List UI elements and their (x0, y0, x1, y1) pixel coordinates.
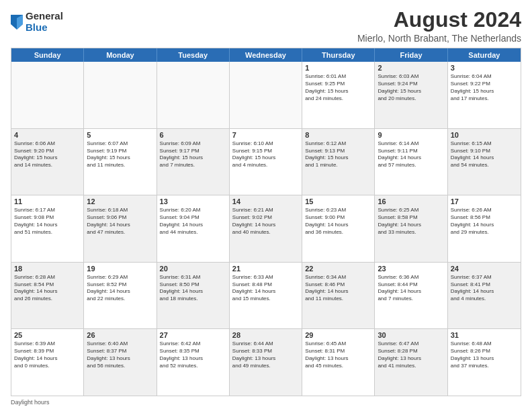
calendar-cell-2: 2Sunrise: 6:03 AM Sunset: 9:24 PM Daylig… (375, 62, 447, 128)
day-number: 26 (87, 331, 153, 339)
calendar-cell-24: 24Sunrise: 6:37 AM Sunset: 8:41 PM Dayli… (448, 263, 521, 329)
day-info: Sunrise: 6:28 AM Sunset: 8:54 PM Dayligh… (14, 274, 81, 303)
day-number: 23 (378, 265, 444, 273)
day-info: Sunrise: 6:31 AM Sunset: 8:50 PM Dayligh… (160, 274, 226, 303)
calendar-cell-14: 14Sunrise: 6:21 AM Sunset: 9:02 PM Dayli… (230, 195, 302, 262)
header-cell-saturday: Saturday (448, 48, 521, 62)
day-info: Sunrise: 6:06 AM Sunset: 9:20 PM Dayligh… (14, 140, 81, 169)
calendar-cell-15: 15Sunrise: 6:23 AM Sunset: 9:00 PM Dayli… (302, 195, 375, 262)
calendar-cell-25: 25Sunrise: 6:39 AM Sunset: 8:39 PM Dayli… (11, 329, 84, 396)
day-info: Sunrise: 6:18 AM Sunset: 9:06 PM Dayligh… (87, 207, 153, 236)
calendar-cell-7: 7Sunrise: 6:10 AM Sunset: 9:15 PM Daylig… (230, 129, 302, 195)
day-number: 7 (232, 131, 299, 139)
day-number: 27 (160, 331, 226, 339)
day-info: Sunrise: 6:45 AM Sunset: 8:31 PM Dayligh… (305, 340, 371, 369)
calendar-cell-empty (157, 62, 230, 128)
day-info: Sunrise: 6:23 AM Sunset: 9:00 PM Dayligh… (305, 207, 371, 236)
main-title: August 2024 (357, 8, 521, 32)
day-number: 24 (451, 265, 518, 273)
header-cell-thursday: Thursday (302, 48, 375, 62)
calendar-cell-10: 10Sunrise: 6:15 AM Sunset: 9:10 PM Dayli… (448, 129, 521, 195)
day-number: 10 (451, 131, 518, 139)
day-info: Sunrise: 6:29 AM Sunset: 8:52 PM Dayligh… (87, 274, 153, 303)
day-info: Sunrise: 6:37 AM Sunset: 8:41 PM Dayligh… (451, 274, 518, 303)
day-number: 31 (451, 331, 518, 339)
day-number: 30 (378, 331, 444, 339)
day-number: 16 (378, 197, 444, 205)
day-number: 2 (378, 64, 444, 72)
calendar-cell-23: 23Sunrise: 6:36 AM Sunset: 8:44 PM Dayli… (375, 263, 447, 329)
calendar-cell-21: 21Sunrise: 6:33 AM Sunset: 8:48 PM Dayli… (230, 263, 302, 329)
day-number: 18 (14, 265, 81, 273)
day-number: 3 (451, 64, 518, 72)
calendar-row-2: 4Sunrise: 6:06 AM Sunset: 9:20 PM Daylig… (11, 129, 521, 196)
day-number: 28 (232, 331, 299, 339)
calendar-row-3: 11Sunrise: 6:17 AM Sunset: 9:08 PM Dayli… (11, 195, 521, 263)
calendar-cell-5: 5Sunrise: 6:07 AM Sunset: 9:19 PM Daylig… (84, 129, 157, 195)
day-info: Sunrise: 6:10 AM Sunset: 9:15 PM Dayligh… (232, 140, 299, 169)
calendar-cell-20: 20Sunrise: 6:31 AM Sunset: 8:50 PM Dayli… (157, 263, 230, 329)
calendar-cell-18: 18Sunrise: 6:28 AM Sunset: 8:54 PM Dayli… (11, 263, 84, 329)
day-number: 20 (160, 265, 226, 273)
calendar-row-5: 25Sunrise: 6:39 AM Sunset: 8:39 PM Dayli… (11, 329, 521, 396)
header-cell-monday: Monday (84, 48, 157, 62)
calendar-cell-31: 31Sunrise: 6:48 AM Sunset: 8:26 PM Dayli… (448, 329, 521, 396)
day-number: 11 (14, 197, 81, 205)
day-number: 4 (14, 131, 81, 139)
calendar-cell-8: 8Sunrise: 6:12 AM Sunset: 9:13 PM Daylig… (302, 129, 375, 195)
logo-general: General (26, 11, 63, 22)
calendar-cell-30: 30Sunrise: 6:47 AM Sunset: 8:28 PM Dayli… (375, 329, 447, 396)
day-number: 29 (305, 331, 371, 339)
calendar-cell-empty (230, 62, 302, 128)
calendar-row-1: 1Sunrise: 6:01 AM Sunset: 9:25 PM Daylig… (11, 62, 521, 129)
calendar-cell-1: 1Sunrise: 6:01 AM Sunset: 9:25 PM Daylig… (302, 62, 375, 128)
subtitle: Mierlo, North Brabant, The Netherlands (357, 33, 521, 44)
day-info: Sunrise: 6:36 AM Sunset: 8:44 PM Dayligh… (378, 274, 444, 303)
day-number: 14 (232, 197, 299, 205)
calendar-cell-4: 4Sunrise: 6:06 AM Sunset: 9:20 PM Daylig… (11, 129, 84, 195)
day-info: Sunrise: 6:15 AM Sunset: 9:10 PM Dayligh… (451, 140, 518, 169)
day-number: 15 (305, 197, 371, 205)
day-info: Sunrise: 6:07 AM Sunset: 9:19 PM Dayligh… (87, 140, 153, 169)
calendar-cell-29: 29Sunrise: 6:45 AM Sunset: 8:31 PM Dayli… (302, 329, 375, 396)
day-number: 9 (378, 131, 444, 139)
calendar-cell-13: 13Sunrise: 6:20 AM Sunset: 9:04 PM Dayli… (157, 195, 230, 262)
day-number: 13 (160, 197, 226, 205)
day-info: Sunrise: 6:25 AM Sunset: 8:58 PM Dayligh… (378, 207, 444, 236)
footer: Daylight hours (11, 399, 521, 406)
calendar-cell-26: 26Sunrise: 6:40 AM Sunset: 8:37 PM Dayli… (84, 329, 157, 396)
day-number: 25 (14, 331, 81, 339)
day-info: Sunrise: 6:26 AM Sunset: 8:56 PM Dayligh… (451, 207, 518, 236)
day-info: Sunrise: 6:01 AM Sunset: 9:25 PM Dayligh… (305, 73, 371, 102)
calendar-cell-28: 28Sunrise: 6:44 AM Sunset: 8:33 PM Dayli… (230, 329, 302, 396)
day-info: Sunrise: 6:03 AM Sunset: 9:24 PM Dayligh… (378, 73, 444, 102)
calendar-body: 1Sunrise: 6:01 AM Sunset: 9:25 PM Daylig… (11, 62, 521, 396)
calendar: SundayMondayTuesdayWednesdayThursdayFrid… (11, 48, 521, 396)
day-number: 21 (232, 265, 299, 273)
calendar-cell-11: 11Sunrise: 6:17 AM Sunset: 9:08 PM Dayli… (11, 195, 84, 262)
title-block: August 2024 Mierlo, North Brabant, The N… (357, 8, 521, 44)
calendar-cell-19: 19Sunrise: 6:29 AM Sunset: 8:52 PM Dayli… (84, 263, 157, 329)
calendar-cell-9: 9Sunrise: 6:14 AM Sunset: 9:11 PM Daylig… (375, 129, 447, 195)
day-info: Sunrise: 6:48 AM Sunset: 8:26 PM Dayligh… (451, 340, 518, 369)
day-number: 12 (87, 197, 153, 205)
calendar-row-4: 18Sunrise: 6:28 AM Sunset: 8:54 PM Dayli… (11, 263, 521, 330)
calendar-header: SundayMondayTuesdayWednesdayThursdayFrid… (11, 48, 521, 62)
day-info: Sunrise: 6:09 AM Sunset: 9:17 PM Dayligh… (160, 140, 226, 169)
day-number: 17 (451, 197, 518, 205)
day-info: Sunrise: 6:34 AM Sunset: 8:46 PM Dayligh… (305, 274, 371, 303)
day-info: Sunrise: 6:14 AM Sunset: 9:11 PM Dayligh… (378, 140, 444, 169)
header-cell-sunday: Sunday (11, 48, 84, 62)
day-number: 6 (160, 131, 226, 139)
calendar-cell-16: 16Sunrise: 6:25 AM Sunset: 8:58 PM Dayli… (375, 195, 447, 262)
day-info: Sunrise: 6:17 AM Sunset: 9:08 PM Dayligh… (14, 207, 81, 236)
day-info: Sunrise: 6:39 AM Sunset: 8:39 PM Dayligh… (14, 340, 81, 369)
day-info: Sunrise: 6:21 AM Sunset: 9:02 PM Dayligh… (232, 207, 299, 236)
day-info: Sunrise: 6:42 AM Sunset: 8:35 PM Dayligh… (160, 340, 226, 369)
day-number: 5 (87, 131, 153, 139)
day-info: Sunrise: 6:47 AM Sunset: 8:28 PM Dayligh… (378, 340, 444, 369)
header-cell-wednesday: Wednesday (230, 48, 302, 62)
header-cell-friday: Friday (375, 48, 447, 62)
logo: General Blue (11, 11, 63, 33)
day-info: Sunrise: 6:12 AM Sunset: 9:13 PM Dayligh… (305, 140, 371, 169)
